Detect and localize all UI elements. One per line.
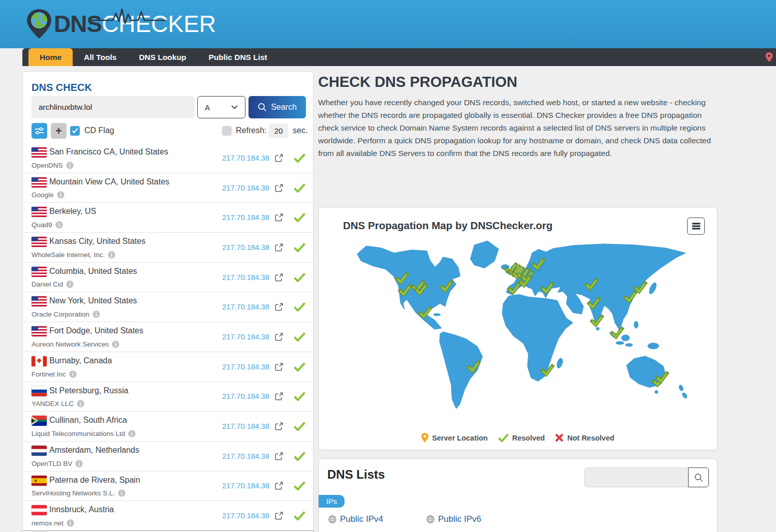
flag-nl-icon [32,446,47,456]
server-provider: OpenTLD BV [32,460,72,467]
search-button-label: Search [271,103,297,112]
server-ip-link[interactable]: 217.70.184.38 [222,422,269,430]
server-provider: nemox.net [32,519,64,527]
server-ip-link[interactable]: 217.70.184.38 [222,184,269,192]
server-row: Berkeley, US Quad9 217.70.184.38 [23,203,314,233]
info-icon[interactable] [75,460,83,467]
search-icon [258,103,267,112]
resolved-check-icon [294,332,305,341]
server-row: Cullinan, South Africa Liquid Telecommun… [23,412,314,442]
record-type-select[interactable]: A [197,96,245,118]
server-ip-link[interactable]: 217.70.184.38 [222,303,269,311]
server-provider: ServiHosting Networks S.L. [32,489,115,497]
server-ip-link[interactable]: 217.70.184.38 [222,213,269,222]
server-ip-link[interactable]: 217.70.184.38 [222,273,269,281]
server-ip-link[interactable]: 217.70.184.38 [222,512,269,520]
resolved-check-icon [294,362,305,371]
nav-item-home[interactable]: Home [28,48,73,66]
search-button[interactable]: Search [249,96,306,118]
external-link-icon[interactable] [275,333,283,341]
server-ip-link[interactable]: 217.70.184.38 [222,333,269,341]
resolved-check-icon [294,302,305,311]
flag-us-icon [32,296,47,306]
info-icon[interactable] [77,400,84,408]
info-icon[interactable] [112,340,119,348]
dns-lists-search-button[interactable] [688,467,709,487]
info-icon[interactable] [55,221,63,229]
info-icon[interactable] [118,489,126,497]
server-ip-link[interactable]: 217.70.184.38 [222,363,269,371]
tab-ips[interactable]: IPs [319,495,345,508]
page-title: CHECK DNS PROPAGATION [318,74,517,90]
link-public-ipv6[interactable]: Public IPv6 [426,514,524,524]
server-list: San Francisco CA, United States OpenDNS … [23,143,314,532]
server-location: Paterna de Rivera, Spain [49,476,140,485]
server-ip-link[interactable]: 217.70.184.38 [222,482,269,490]
server-location: Burnaby, Canada [49,356,112,365]
info-icon[interactable] [66,162,74,169]
external-link-icon[interactable] [275,303,283,311]
nav-location-pin-icon[interactable] [765,52,773,62]
nav-item-public-dns-list[interactable]: Public DNS List [197,48,278,66]
server-row: San Francisco CA, United States OpenDNS … [23,143,314,173]
filters-button[interactable] [32,123,47,139]
nav-item-all-tools[interactable]: All Tools [73,48,128,66]
server-provider: YANDEX LLC [32,400,74,408]
external-link-icon[interactable] [275,512,283,520]
external-link-icon[interactable] [275,154,283,162]
nav-item-dns-lookup[interactable]: DNS Lookup [128,48,197,66]
server-ip-link[interactable]: 217.70.184.38 [222,392,269,400]
info-icon[interactable] [66,280,74,288]
map-menu-button[interactable] [687,217,705,235]
server-provider: Fortinet Inc [32,370,66,378]
server-location: Mountain View CA, United States [49,177,169,186]
server-ip-link[interactable]: 217.70.184.38 [222,452,269,460]
dns-lists-search-input[interactable] [584,467,688,487]
cd-flag-checkbox[interactable] [70,126,80,136]
refresh-checkbox[interactable] [222,126,232,136]
dns-lists-links: Public IPv4Public IPv6 [328,514,524,524]
refresh-seconds-input[interactable] [269,123,288,138]
resolved-check-icon [294,511,305,520]
info-icon[interactable] [67,519,74,527]
domain-input[interactable] [32,96,195,118]
server-location: Innsbruck, Austria [49,505,114,514]
info-icon[interactable] [92,310,100,318]
external-link-icon[interactable] [275,273,283,281]
refresh-unit-label: sec. [293,126,307,135]
globe-icon [328,515,336,523]
server-provider: Aureon Network Services [32,340,109,348]
server-provider: Quad9 [32,221,52,229]
server-provider: Liquid Telecommunications Ltd [32,430,125,437]
cd-flag-label: CD Flag [84,126,114,135]
external-link-icon[interactable] [275,184,283,192]
site-logo[interactable]: DNSCHECKER [25,7,216,41]
resolved-marker-icon [612,329,622,337]
server-row: Amsterdam, Netherlands OpenTLD BV 217.70… [23,442,314,472]
legend-not-resolved: Not Resolved [555,433,614,442]
server-ip-link[interactable]: 217.70.184.38 [222,243,269,252]
external-link-icon[interactable] [275,452,283,460]
server-row: New York, United States Oracle Corporati… [23,292,314,322]
not-resolved-cross-icon [555,433,564,442]
info-icon[interactable] [108,251,115,259]
resolved-check-icon [294,273,305,282]
external-link-icon[interactable] [275,363,283,371]
link-public-ipv4[interactable]: Public IPv4 [328,514,426,524]
resolved-check-icon [294,243,305,252]
external-link-icon[interactable] [275,482,283,490]
info-icon[interactable] [57,191,65,199]
record-type-value: A [205,103,210,112]
checkbox-check-icon [72,128,78,134]
server-row: Burnaby, Canada Fortinet Inc 217.70.184.… [23,352,314,382]
external-link-icon[interactable] [275,213,283,222]
info-icon[interactable] [69,370,77,378]
server-ip-link[interactable]: 217.70.184.38 [222,154,269,162]
external-link-icon[interactable] [275,243,283,252]
add-server-button[interactable]: + [51,123,67,139]
external-link-icon[interactable] [275,422,283,430]
info-icon[interactable] [128,430,136,437]
server-provider: WholeSale Internet, Inc. [32,251,105,259]
logo-heartbeat-icon [89,7,171,27]
external-link-icon[interactable] [275,392,283,400]
